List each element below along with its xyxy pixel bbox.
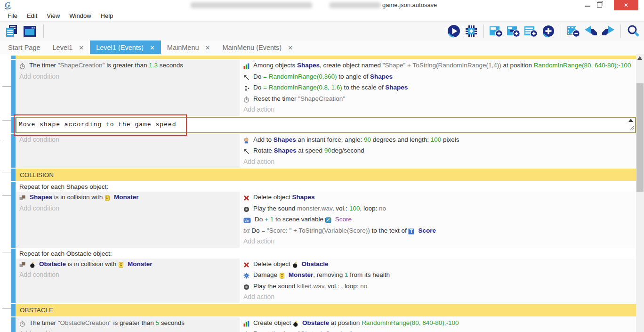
restore-button[interactable]	[597, 2, 602, 8]
row-text: "ShapeCreation"	[58, 62, 105, 69]
tab-mainmenu[interactable]: MainMenu✕	[161, 40, 217, 55]
comment-event[interactable]: Move shape according to the game speed	[11, 117, 636, 133]
action-row[interactable]: txtDo = "Score: " + ToString(Variable(Sc…	[243, 226, 636, 237]
object-name: Obstacle	[302, 319, 329, 326]
scroll-up-icon[interactable]	[637, 56, 642, 60]
event-selection-bar[interactable]	[11, 56, 16, 59]
event-repeat-header[interactable]: Repeat for each Obstacle object:	[16, 249, 636, 259]
event-selection-bar[interactable]	[11, 134, 16, 168]
sound-icon	[243, 282, 251, 292]
add-action-button[interactable]: Add action	[243, 157, 636, 167]
object-name: Shapes	[274, 147, 297, 154]
row-text: at position	[501, 62, 534, 69]
remove-event-icon[interactable]	[566, 24, 580, 38]
add-comment-icon[interactable]	[524, 24, 538, 38]
timer-icon	[243, 330, 251, 332]
action-row[interactable]: Play the sound monster.wav, vol.: 100, l…	[243, 203, 636, 215]
action-row[interactable]: Delete object Obstacle	[243, 259, 636, 270]
tab-mainmenu-events-[interactable]: MainMenu (Events)✕	[216, 40, 299, 55]
action-row[interactable]: Add to Shapes an instant force, angle: 9…	[243, 135, 636, 146]
event-selection-bar[interactable]	[11, 60, 16, 116]
event-selection-bar[interactable]	[11, 249, 16, 303]
debug-icon[interactable]	[464, 24, 478, 38]
condition-row[interactable]: The timer "ShapeCreation" is greater tha…	[19, 60, 240, 72]
scrollbar-thumb[interactable]	[636, 83, 644, 192]
action-row[interactable]: Reset the timer "ObstacleCreation"	[243, 329, 636, 332]
collision-icon	[19, 193, 28, 203]
row-text: + 1	[265, 216, 274, 223]
add-action-button[interactable]: Add action	[243, 105, 636, 115]
partial-comment-strip	[11, 56, 636, 59]
tab-start-page[interactable]: Start Page	[2, 40, 47, 55]
menu-item-file[interactable]: File	[3, 11, 22, 21]
menu-item-help[interactable]: Help	[96, 11, 118, 21]
action-row[interactable]: Do = RandomInRange(0.8, 1.6) to the scal…	[243, 82, 636, 94]
action-row[interactable]: Create object Obstacle at position Rando…	[243, 318, 636, 329]
object-name: Shapes	[370, 73, 393, 80]
minimize-button[interactable]	[585, 6, 590, 7]
damage-icon	[243, 271, 251, 281]
action-row[interactable]: Delete object Shapes	[243, 192, 636, 203]
action-row[interactable]: Play the sound killed.wav, vol.: , loop:…	[243, 281, 636, 292]
conditions-cell: The timer "ShapeCreation" is greater tha…	[16, 60, 240, 116]
tab-close-icon[interactable]: ✕	[288, 44, 293, 51]
action-row[interactable]: Do = RandomInRange(0,360) to angle of Sh…	[243, 72, 636, 83]
action-row[interactable]: Damage Monster, removing 1 from its heal…	[243, 270, 636, 281]
menu-item-view[interactable]: View	[42, 11, 64, 21]
action-row[interactable]: Among objects Shapes, create object name…	[243, 60, 636, 72]
event-selection-bar[interactable]	[11, 182, 16, 248]
add-action-button[interactable]: Add action	[243, 236, 636, 247]
sound-icon	[243, 204, 251, 215]
timer-icon	[243, 95, 251, 105]
section-comment[interactable]: COLLISION	[11, 169, 636, 181]
textarea-scroll-up-icon[interactable]	[628, 119, 633, 122]
add-subevent-icon[interactable]	[507, 24, 521, 38]
undo-icon[interactable]	[584, 24, 598, 38]
row-text: 1	[345, 271, 348, 278]
search-icon[interactable]	[626, 24, 640, 38]
close-button[interactable]: ✕	[614, 0, 638, 10]
action-row[interactable]: Reset the timer "ShapeCreation"	[243, 94, 636, 105]
section-header-label: COLLISION	[20, 171, 54, 178]
menu-item-window[interactable]: Window	[64, 11, 96, 21]
add-condition-button[interactable]: Add condition	[19, 135, 240, 145]
action-row[interactable]: Rotate Shapes at speed 90deg/second	[243, 146, 636, 157]
tab-close-icon[interactable]: ✕	[79, 44, 84, 51]
add-event-icon[interactable]	[489, 24, 503, 38]
row-text: seconds	[159, 319, 185, 326]
row-text: degrees and length:	[371, 136, 431, 143]
condition-row[interactable]: The timer "ObstacleCreation" is greater …	[19, 318, 240, 329]
event-selection-bar[interactable]	[11, 304, 16, 316]
bomb-icon	[293, 319, 300, 329]
add-condition-button[interactable]: Add condition	[19, 270, 240, 280]
row-text: , create object named	[320, 62, 383, 69]
condition-row[interactable]: Shapes is in collision with Monster	[19, 192, 240, 203]
comment-textarea[interactable]: Move shape according to the game speed	[19, 121, 176, 128]
action-row[interactable]: VarDo + 1 to scene variable Score	[243, 214, 636, 226]
play-icon[interactable]	[447, 24, 461, 38]
event-selection-bar[interactable]	[11, 117, 16, 133]
monster-icon	[118, 260, 126, 270]
event-repeat-header[interactable]: Repeat for each Shapes object:	[16, 182, 636, 192]
row-text: The timer	[29, 62, 58, 69]
add-circle-icon[interactable]	[541, 24, 555, 38]
scrollbar-track[interactable]	[636, 54, 644, 332]
menu-item-edit[interactable]: Edit	[22, 11, 42, 21]
event-selection-bar[interactable]	[11, 169, 16, 181]
add-condition-button[interactable]: Add condition	[19, 72, 240, 82]
tab-level1[interactable]: Level1✕	[47, 40, 90, 55]
scene-editor-icon[interactable]	[23, 24, 37, 38]
add-action-button[interactable]: Add action	[243, 292, 636, 302]
monster-icon	[105, 193, 112, 203]
tab-close-icon[interactable]: ✕	[150, 44, 155, 51]
section-comment[interactable]: OBSTACLE	[11, 304, 636, 316]
add-condition-button[interactable]: Add condition	[19, 329, 240, 332]
project-manager-icon[interactable]	[5, 24, 19, 38]
tab-close-icon[interactable]: ✕	[205, 44, 210, 51]
add-condition-button[interactable]: Add condition	[19, 203, 240, 214]
condition-row[interactable]: Obstacle is in collision with Monster	[19, 259, 240, 270]
redo-icon[interactable]	[601, 24, 615, 38]
textarea-resize-grip[interactable]	[629, 123, 635, 132]
event-selection-bar[interactable]	[11, 317, 16, 332]
tab-level1-events-[interactable]: Level1 (Events)✕	[90, 40, 161, 55]
